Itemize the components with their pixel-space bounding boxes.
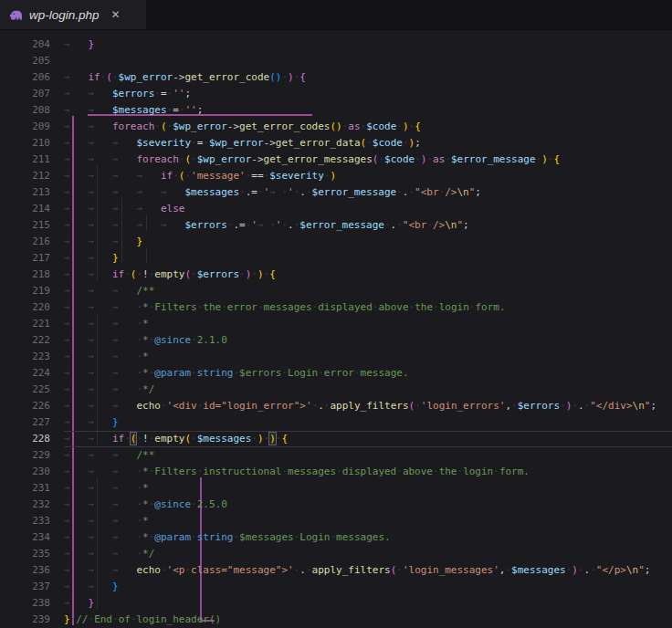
code-token: .: [578, 400, 584, 412]
tab-close-icon[interactable]: ✕: [111, 8, 121, 21]
tab-whitespace-arrow: →: [161, 184, 184, 201]
line-number[interactable]: 204: [0, 37, 50, 53]
space-whitespace-dot: ·: [239, 186, 246, 198]
tab-whitespace-arrow: →: [64, 480, 88, 497]
code-token: $code: [366, 120, 396, 132]
code-line[interactable]: 225→→→·*/: [0, 382, 672, 398]
line-number[interactable]: 234: [0, 529, 50, 546]
line-number[interactable]: 229: [0, 447, 50, 464]
line-number[interactable]: 207: [0, 86, 50, 102]
code-line[interactable]: 234→→→·*·@param·string·$messages·Login·m…: [0, 529, 672, 546]
code-line[interactable]: 233→→→·*: [0, 513, 672, 529]
line-number[interactable]: 239: [0, 612, 50, 628]
line-number[interactable]: 233: [0, 513, 50, 529]
code-text: →→→·*·Filters·the·error·messages·display…: [64, 299, 672, 316]
code-line[interactable]: 237→→}: [0, 579, 672, 595]
line-number[interactable]: 231: [0, 480, 50, 497]
code-line[interactable]: 207→→$errors·=·'';: [0, 86, 672, 102]
code-token: ): [257, 268, 264, 280]
code-line[interactable]: 235→→→·*/: [0, 546, 672, 562]
code-line[interactable]: 229→→→/**: [0, 447, 672, 464]
code-token: '<p: [167, 564, 185, 576]
line-number[interactable]: 216: [0, 234, 50, 250]
space-whitespace-dot: ·: [306, 186, 312, 198]
code-line[interactable]: 222→→→·*·@since·2.1.0: [0, 332, 672, 349]
tab-whitespace-arrow: →: [64, 102, 88, 119]
code-line[interactable]: 204→}: [0, 37, 672, 53]
line-number[interactable]: 237: [0, 579, 50, 595]
code-token: class="message">': [191, 564, 294, 576]
line-number[interactable]: 206: [0, 69, 50, 86]
code-token: \n: [445, 219, 457, 231]
code-line[interactable]: 206→if·(·$wp_error->get_error_code()·)·{: [0, 69, 672, 86]
code-line[interactable]: 209→→foreach·(·$wp_error->get_error_code…: [0, 119, 672, 135]
line-number[interactable]: 213: [0, 184, 50, 201]
line-number[interactable]: 223: [0, 349, 50, 365]
line-number[interactable]: 208: [0, 102, 50, 119]
line-number[interactable]: 225: [0, 382, 50, 398]
line-number[interactable]: 215: [0, 217, 50, 234]
code-text: →→$errors·=·'';: [64, 86, 672, 102]
code-token: if: [112, 433, 124, 445]
tab-whitespace-arrow: →: [112, 497, 136, 513]
line-number[interactable]: 220: [0, 299, 50, 316]
code-line[interactable]: 215→→→→→$errors·.=·'→·'·.·$error_message…: [0, 217, 672, 234]
tab-wp-login-php[interactable]: wp-login.php ✕: [0, 0, 146, 29]
line-number[interactable]: 235: [0, 546, 50, 562]
line-number[interactable]: 214: [0, 201, 50, 217]
line-number[interactable]: 219: [0, 283, 50, 299]
code-line[interactable]: 213→→→→→$messages·.=·'→·'·.·$error_messa…: [0, 184, 672, 201]
code-token: $errors: [518, 400, 560, 412]
code-line[interactable]: 236→→→echo·'<p·class="message">'·.·apply…: [0, 562, 672, 579]
code-token: }: [64, 613, 70, 625]
line-number[interactable]: 230: [0, 464, 50, 480]
space-whitespace-dot: ·: [251, 268, 257, 280]
space-whitespace-dot: ·: [445, 153, 451, 165]
code-line[interactable]: 223→→→·*: [0, 349, 672, 365]
code-line[interactable]: 232→→→·*·@since·2.5.0: [0, 497, 672, 513]
line-number[interactable]: 211: [0, 152, 50, 168]
tab-whitespace-arrow: →: [112, 135, 136, 152]
code-text: →→→·*·Filters·instructional·messages·dis…: [64, 464, 672, 480]
line-number[interactable]: 236: [0, 562, 50, 579]
code-token: $errors: [197, 268, 239, 280]
code-line[interactable]: 231→→→·*: [0, 480, 672, 497]
code-line[interactable]: 211→→→foreach·(·$wp_error->get_error_mes…: [0, 152, 672, 168]
code-line[interactable]: 224→→→·*·@param·string·$errors·Login·err…: [0, 365, 672, 382]
code-line[interactable]: 228→→if·(·!·empty(·$messages·)·)·{: [0, 431, 672, 447]
line-number[interactable]: 205: [0, 53, 50, 69]
code-token: *: [142, 351, 149, 362]
code-line[interactable]: 216→→→}: [0, 234, 672, 250]
line-number[interactable]: 238: [0, 595, 50, 612]
line-number[interactable]: 228: [0, 431, 50, 447]
line-number[interactable]: 212: [0, 168, 50, 184]
code-line[interactable]: 227→→}: [0, 414, 672, 431]
code-line[interactable]: 226→→→echo·'<div·id="login_error">'·.·ap…: [0, 398, 672, 414]
code-line[interactable]: 214→→→→else: [0, 201, 672, 217]
code-line[interactable]: 230→→→·*·Filters·instructional·messages·…: [0, 464, 672, 480]
code-editor[interactable]: 204→}205206→if·(·$wp_error->get_error_co…: [0, 30, 672, 628]
line-number[interactable]: 224: [0, 365, 50, 382]
code-line[interactable]: 217→→}: [0, 250, 672, 267]
line-number[interactable]: 222: [0, 332, 50, 349]
line-number[interactable]: 227: [0, 414, 50, 431]
code-line[interactable]: 239}·//·End·of·login_header(): [0, 612, 672, 628]
line-number[interactable]: 232: [0, 497, 50, 513]
line-number[interactable]: 209: [0, 119, 50, 135]
line-number[interactable]: 217: [0, 250, 50, 267]
line-number[interactable]: 226: [0, 398, 50, 414]
code-line[interactable]: 212→→→→if·(·'message'·==·$severity·): [0, 168, 672, 184]
code-line[interactable]: 210→→→$severity·=·$wp_error->get_error_d…: [0, 135, 672, 152]
code-line[interactable]: 219→→→/**: [0, 283, 672, 299]
code-line[interactable]: 220→→→·*·Filters·the·error·messages·disp…: [0, 299, 672, 316]
code-token: {: [299, 71, 306, 83]
code-line[interactable]: 205: [0, 53, 672, 69]
line-number[interactable]: 218: [0, 267, 50, 283]
line-number[interactable]: 221: [0, 316, 50, 332]
code-line[interactable]: 238→}: [0, 595, 672, 612]
code-line[interactable]: 208→→$messages·=·'';: [0, 102, 672, 119]
code-line[interactable]: 218→→if·(·!·empty(·$errors·)·)·{: [0, 267, 672, 283]
code-line[interactable]: 221→→→·*: [0, 316, 672, 332]
line-number[interactable]: 210: [0, 135, 50, 152]
space-whitespace-dot: ·: [257, 186, 264, 198]
